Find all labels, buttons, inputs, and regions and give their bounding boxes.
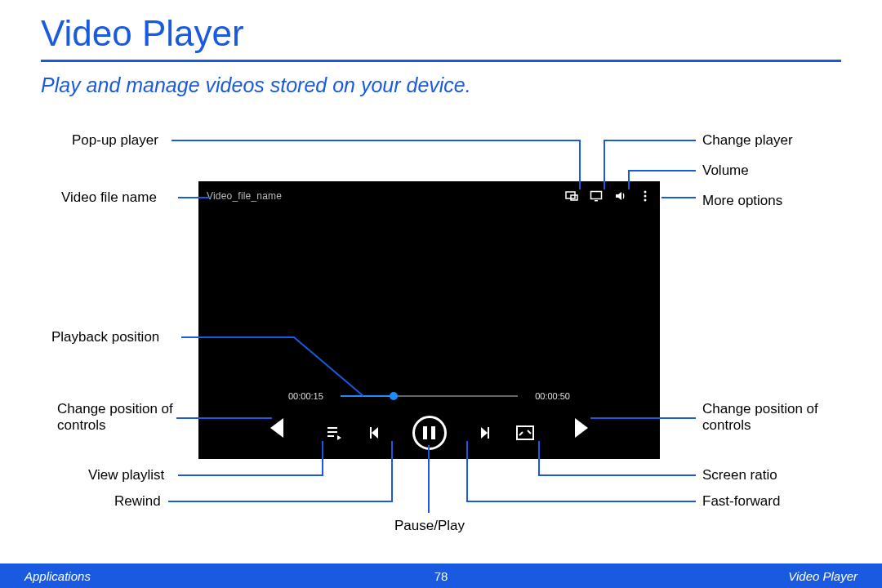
popup-player-icon[interactable] xyxy=(565,189,578,203)
svg-rect-2 xyxy=(591,192,602,199)
video-player: Video_file_name 00:00:15 xyxy=(198,181,660,459)
svg-rect-3 xyxy=(595,200,598,202)
change-player-icon[interactable] xyxy=(590,189,603,203)
player-top-bar: Video_file_name xyxy=(198,181,660,211)
footer-page-number: 78 xyxy=(434,569,448,583)
svg-rect-1 xyxy=(571,195,577,200)
page-subtitle: Play and manage videos stored on your de… xyxy=(41,74,471,97)
title-underline xyxy=(41,60,841,62)
video-title-text: Video_file_name xyxy=(207,190,565,202)
svg-point-4 xyxy=(644,191,647,194)
label-rewind: Rewind xyxy=(114,493,161,510)
page-footer: Applications 78 Video Player xyxy=(0,564,882,588)
label-pause-play: Pause/Play xyxy=(394,518,465,534)
label-video-file-name: Video file name xyxy=(61,189,157,206)
label-view-playlist: View playlist xyxy=(88,467,164,483)
controls-row xyxy=(198,408,660,457)
svg-point-5 xyxy=(644,195,647,198)
more-options-icon[interactable] xyxy=(639,189,652,203)
label-popup-player: Pop-up player xyxy=(72,132,158,149)
progress-row: 00:00:15 00:00:50 xyxy=(288,390,570,402)
label-more-options: More options xyxy=(702,193,782,209)
label-fast-forward: Fast-forward xyxy=(702,493,780,510)
total-time: 00:00:50 xyxy=(523,391,570,401)
label-change-position-right: Change position of controls xyxy=(702,401,833,434)
page-title: Video Player xyxy=(41,13,244,54)
progress-fill xyxy=(341,395,394,397)
label-playback-position: Playback position xyxy=(51,329,159,345)
svg-rect-7 xyxy=(370,427,372,439)
pause-bar xyxy=(431,426,435,439)
volume-icon[interactable] xyxy=(614,189,627,203)
playlist-icon[interactable] xyxy=(324,423,344,443)
pause-bar xyxy=(423,426,427,439)
label-change-position-left: Change position of controls xyxy=(57,401,180,434)
page: Video Player Play and manage videos stor… xyxy=(0,0,882,588)
label-change-player: Change player xyxy=(702,132,793,149)
footer-right: Video Player xyxy=(788,569,858,583)
label-volume: Volume xyxy=(702,163,749,179)
footer-left: Applications xyxy=(24,569,91,583)
elapsed-time: 00:00:15 xyxy=(288,391,336,401)
screen-ratio-icon[interactable] xyxy=(515,423,535,443)
fast-forward-icon[interactable] xyxy=(471,423,491,443)
pause-play-button[interactable] xyxy=(412,416,447,450)
label-screen-ratio: Screen ratio xyxy=(702,467,777,483)
progress-thumb[interactable] xyxy=(390,392,398,400)
center-controls xyxy=(324,416,535,450)
svg-point-6 xyxy=(644,199,647,202)
player-bottom-bar: 00:00:15 00:00:50 xyxy=(198,385,660,459)
svg-rect-8 xyxy=(488,427,489,439)
progress-track[interactable] xyxy=(341,395,518,397)
top-icon-row xyxy=(565,189,652,203)
rewind-icon[interactable] xyxy=(368,423,388,443)
